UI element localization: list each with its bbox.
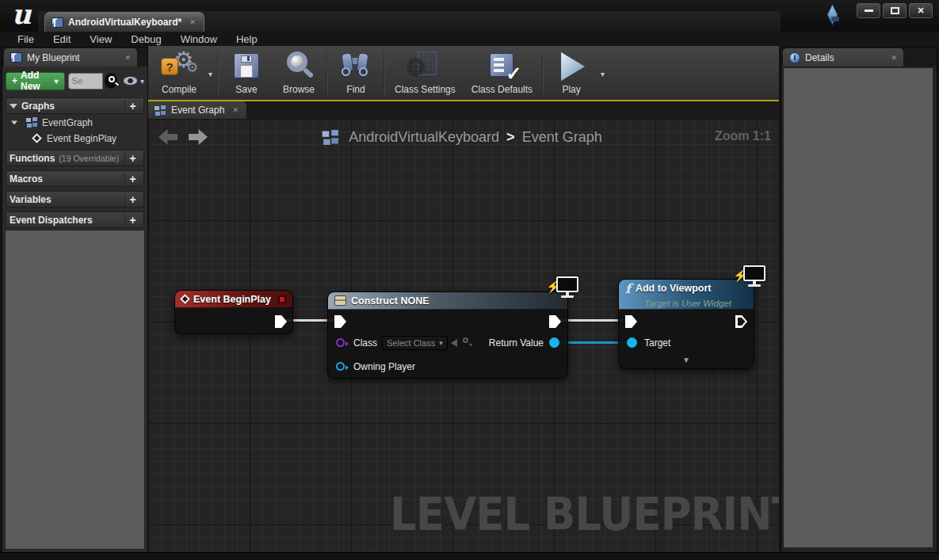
close-button[interactable] [909, 3, 933, 18]
menu-debug[interactable]: Debug [123, 33, 169, 45]
my-blueprint-empty-area [5, 230, 145, 550]
exec-input-pin[interactable] [334, 315, 346, 328]
tree-item-event-beginplay[interactable]: Event BeginPlay [7, 131, 143, 146]
browse-button[interactable]: Browse [273, 49, 325, 98]
class-settings-button[interactable]: Class Settings [387, 49, 464, 98]
maximize-button[interactable] [883, 3, 907, 18]
add-new-button[interactable]: Add New [6, 72, 65, 90]
document-tab[interactable]: AndroidVirtualKeyboard* [44, 12, 204, 32]
gear-document-icon [407, 51, 443, 82]
menu-edit[interactable]: Edit [45, 33, 78, 45]
unreal-logo-icon: u [8, 0, 35, 30]
checklist-icon [483, 51, 520, 82]
compile-button[interactable]: ? Compile [153, 49, 205, 98]
close-icon[interactable] [891, 54, 897, 62]
eye-icon [123, 76, 138, 86]
compile-options-caret[interactable] [205, 70, 216, 78]
breadcrumb-current[interactable]: Event Graph [522, 129, 602, 146]
pick-asset-magnifier-icon[interactable] [463, 337, 468, 343]
target-pin[interactable] [627, 337, 637, 348]
exec-input-pin[interactable] [625, 315, 637, 328]
window-controls [857, 3, 933, 18]
event-graph-tab[interactable]: Event Graph [148, 101, 246, 119]
menu-view[interactable]: View [82, 33, 120, 45]
compile-gears-icon: ? [161, 51, 197, 82]
blueprint-toolbar: ? Compile Save Browse Find [148, 46, 779, 100]
document-tab-label: AndroidVirtualKeyboard* [68, 17, 181, 28]
forward-arrow-button[interactable] [189, 129, 208, 145]
graph-grid-icon [26, 117, 38, 128]
graphs-section-header[interactable]: Graphs [6, 97, 144, 114]
expander-triangle-icon [11, 120, 17, 124]
return-value-label: Return Value [489, 337, 544, 349]
eventgraph-label: EventGraph [42, 117, 93, 128]
document-tab-well: AndroidVirtualKeyboard* [38, 11, 781, 32]
node-add-to-viewport[interactable]: f Add to Viewport Target is User Widget … [618, 279, 754, 369]
my-blueprint-tab[interactable]: My Blueprint [4, 48, 137, 67]
zoom-level: Zoom 1:1 [715, 129, 771, 143]
add-macro-button[interactable] [124, 173, 140, 185]
class-defaults-button[interactable]: Class Defaults [464, 49, 540, 98]
macros-section-header[interactable]: Macros [6, 170, 144, 187]
exec-output-pin[interactable] [275, 315, 287, 328]
add-variable-button[interactable] [124, 193, 140, 206]
monitor-icon [556, 276, 578, 292]
select-class-dropdown[interactable]: Select Class [382, 336, 448, 350]
play-button[interactable]: Play [545, 49, 597, 98]
details-tab-label: Details [805, 52, 834, 63]
node-header[interactable]: Event BeginPlay [175, 291, 292, 308]
add-new-label: Add New [21, 70, 52, 92]
exec-output-pin[interactable] [735, 315, 747, 328]
my-blueprint-panel: My Blueprint Add New Graphs [2, 47, 148, 553]
menu-file[interactable]: File [10, 33, 42, 45]
node-construct[interactable]: Construct NONE Class Select Class Return… [327, 291, 568, 379]
expander-triangle-icon [10, 104, 17, 109]
title-bar: u AndroidVirtualKeyboard* [0, 0, 939, 32]
visibility-filter[interactable] [123, 76, 144, 86]
event-dispatchers-section-header[interactable]: Event Dispatchers [6, 211, 144, 228]
window-bottom-border [0, 552, 939, 560]
class-pin[interactable] [336, 338, 345, 347]
exec-output-pin[interactable] [549, 315, 561, 328]
event-badge-icon [278, 295, 286, 303]
details-empty-area [783, 67, 933, 548]
event-graph-tab-label: Event Graph [171, 105, 224, 116]
back-arrow-button[interactable] [158, 129, 177, 145]
menu-help[interactable]: Help [228, 33, 265, 45]
reset-arrow-icon[interactable] [451, 339, 457, 347]
variables-section-header[interactable]: Variables [6, 191, 144, 208]
event-graph-canvas[interactable]: AndroidVirtualKeyboard > Event Graph Zoo… [148, 119, 779, 552]
blueprint-book-icon [52, 17, 63, 28]
breadcrumb-root[interactable]: AndroidVirtualKeyboard [349, 129, 499, 146]
details-tab[interactable]: i Details [783, 48, 903, 67]
functions-section-header[interactable]: Functions (19 Overridable) [6, 150, 144, 166]
owning-player-pin[interactable] [336, 362, 345, 371]
close-icon[interactable] [189, 18, 196, 26]
event-beginplay-label: Event BeginPlay [47, 133, 116, 144]
add-graph-button[interactable] [124, 100, 140, 112]
menu-window[interactable]: Window [173, 33, 225, 45]
chevron-down-icon [439, 339, 443, 347]
graph-grid-icon [323, 130, 340, 145]
find-button[interactable]: Find [330, 49, 382, 98]
binoculars-icon [338, 51, 374, 82]
owning-player-label: Owning Player [353, 361, 415, 372]
node-event-beginplay[interactable]: Event BeginPlay [174, 290, 293, 334]
close-icon[interactable] [124, 54, 131, 62]
add-dispatcher-button[interactable] [124, 214, 140, 227]
tutorials-graduation-cap-icon[interactable] [825, 7, 845, 23]
add-function-button[interactable] [124, 152, 140, 165]
minimize-button[interactable] [857, 3, 880, 18]
expand-node-caret[interactable] [682, 356, 690, 364]
search-icon[interactable] [104, 72, 118, 90]
tree-item-eventgraph[interactable]: EventGraph [7, 115, 143, 130]
return-value-pin[interactable] [549, 337, 559, 348]
play-options-caret[interactable] [597, 70, 608, 78]
close-icon[interactable] [232, 106, 239, 114]
magnifier-icon [281, 51, 317, 82]
graphs-label: Graphs [21, 101, 55, 112]
node-header[interactable]: Construct NONE [328, 292, 567, 310]
search-input[interactable] [68, 73, 103, 90]
save-button[interactable]: Save [220, 49, 273, 98]
level-blueprint-watermark: LEVEL BLUEPRINT [390, 488, 779, 540]
